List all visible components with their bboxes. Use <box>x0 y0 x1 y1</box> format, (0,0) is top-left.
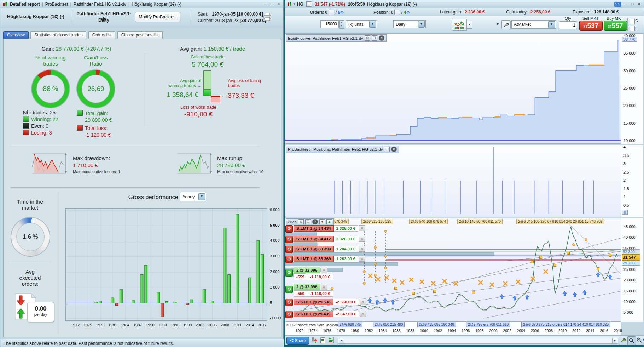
gear-icon[interactable]: ⚙ <box>285 286 293 293</box>
close-icon[interactable]: ✕ <box>321 267 327 273</box>
page-icon[interactable] <box>320 337 326 344</box>
shares-input[interactable] <box>320 20 339 28</box>
wrench-icon[interactable]: ⚙ <box>298 219 304 224</box>
minimize-icon[interactable]: – <box>623 2 628 7</box>
close-icon[interactable]: ✕ <box>312 219 318 224</box>
order-tag[interactable]: 2@6 345 105 270 07 810 014 240 26 851 15… <box>516 219 604 224</box>
order-tag[interactable]: 2@10 145 50 760 011 570 <box>457 219 503 224</box>
gear-icon[interactable]: ⚙ <box>285 311 293 318</box>
tab-overview[interactable]: Overview <box>3 31 29 39</box>
scroll-right-icon[interactable]: ▶ <box>612 338 617 343</box>
order-label[interactable]: S:LMT 1 @ 34 412 <box>294 236 334 242</box>
shares-stepper[interactable]: ▲▼ <box>339 20 344 29</box>
order-label[interactable]: S:STP 1 @ 29 538 <box>294 299 333 305</box>
price-panel-title[interactable]: Price ⚙❏✕ ▼▲ <box>286 218 334 225</box>
gear-icon[interactable]: ⚙ <box>285 246 293 253</box>
depth-icon[interactable] <box>328 337 335 344</box>
timeframe-select[interactable]: Daily▼ <box>393 20 426 28</box>
limit-checkbox[interactable] <box>630 26 635 31</box>
stop-value-box[interactable] <box>639 18 639 18</box>
equity-panel-title[interactable]: Equity curve: Pathfinder Feb1 HG v2.1-dv… <box>286 34 387 42</box>
position-label[interactable]: 2 @ 32 096 <box>294 267 320 273</box>
order-tag[interactable]: 2@8 325 135 325 <box>361 219 393 224</box>
orders-box-icon[interactable] <box>329 10 334 15</box>
maximize-icon[interactable]: ❏ <box>372 35 377 41</box>
left-titlebar[interactable]: Detailed report| ProBacktest| Pathfinder… <box>0 0 283 8</box>
positions-panel-title[interactable]: ProBacktest - Positions: Pathfinder Feb1… <box>286 146 399 153</box>
order-label[interactable]: S:STP 1 @ 29 439 <box>294 311 333 317</box>
order-tag[interactable]: 2@6 370 275 315 orders 014 170 24 410 01… <box>521 322 610 327</box>
chart-style-button[interactable] <box>452 19 467 31</box>
right-titlebar[interactable]: ▼ HG i 31 547 (-1,71%) 10:45:50 Högklass… <box>285 0 644 8</box>
maximize-icon[interactable]: ❏ <box>305 219 311 224</box>
gear-icon[interactable]: ⚙ <box>340 10 344 15</box>
close-icon[interactable]: ✕ <box>276 2 281 6</box>
order-type-select[interactable]: AtMarket▼ <box>511 20 556 29</box>
unit-select[interactable]: (x) units▼ <box>346 20 377 28</box>
close-icon[interactable]: ✕ <box>321 284 327 290</box>
order-settings-button[interactable] <box>501 20 511 29</box>
buy-arrow-icon[interactable]: ▲ <box>326 219 332 224</box>
close-icon[interactable]: ✕ <box>391 147 397 152</box>
period-select[interactable]: Yearly▼ <box>180 192 206 201</box>
close-icon[interactable]: ✕ <box>359 225 365 231</box>
sell-arrow-icon[interactable]: ▼ <box>319 219 325 224</box>
maximize-icon[interactable]: □ <box>630 2 635 7</box>
order-label[interactable]: S:LMT 1 @ 33 390 <box>294 246 334 252</box>
buy-mkt-button[interactable]: 31557 <box>604 21 627 31</box>
system-timeframe: Daily <box>75 17 133 23</box>
order-label[interactable]: S:LMT 1 @ 34 434 <box>294 225 334 232</box>
close-icon[interactable]: ✕ <box>637 2 642 7</box>
gear-icon[interactable]: ⚙ <box>285 225 293 233</box>
wrench-icon[interactable]: ⚙ <box>365 35 370 41</box>
gear-icon[interactable]: ⚙ <box>406 10 410 15</box>
close-icon[interactable]: ✕ <box>360 299 366 305</box>
order-tag[interactable]: 2@6 435 085 160 340 <box>417 322 456 327</box>
position-label[interactable]: 2 @ 32 096 <box>294 284 320 290</box>
chart-style-dropdown[interactable]: ▼ <box>466 21 472 29</box>
wrench-icon[interactable] <box>620 337 627 344</box>
keyboard-icon[interactable]: ⋮⋮⋮ <box>614 2 621 7</box>
order-tag[interactable]: 2@6 540 100 076 574 <box>409 219 448 224</box>
order-label[interactable]: S:LMT 1 @ 33 369 <box>294 256 334 262</box>
close-icon[interactable]: ✕ <box>359 246 365 252</box>
close-icon[interactable]: ✕ <box>360 311 366 317</box>
order-tag[interactable]: 2@9 795 ers 700 011 520 <box>466 322 510 327</box>
zoom-select-icon[interactable] <box>627 336 636 345</box>
position-box-icon[interactable] <box>394 10 400 15</box>
panel-collapse-arrow[interactable]: ▶ <box>497 22 499 25</box>
maximize-icon[interactable]: ❏ <box>384 147 390 152</box>
gear-icon[interactable]: ⚙ <box>285 269 293 277</box>
gear-icon[interactable]: ⚙ <box>285 299 293 306</box>
tab-orders-list[interactable]: Orders list <box>88 31 116 39</box>
axis-label: 1999 <box>182 323 193 327</box>
qty-input[interactable] <box>559 21 577 29</box>
sell-mkt-button[interactable]: 31537 <box>579 21 603 31</box>
printer-icon[interactable] <box>263 12 272 22</box>
maximize-icon[interactable]: □ <box>269 2 274 6</box>
orders-display-icon[interactable] <box>311 337 318 344</box>
tab-closed-positions[interactable]: Closed positions list <box>117 31 163 39</box>
close-icon[interactable]: ✕ <box>379 35 384 41</box>
info-icon[interactable]: i <box>306 1 312 7</box>
chevron-down-icon[interactable]: ▼ <box>293 2 296 6</box>
gear-icon[interactable]: ⚙ <box>285 236 293 243</box>
order-tag[interactable]: 2@8 050 215 480 <box>373 322 405 327</box>
axis-label: 1994 <box>447 329 457 333</box>
axis-label: 1981 <box>107 323 118 327</box>
zoom-out-icon[interactable] <box>636 336 643 344</box>
order-tag[interactable]: 2@6 680 745 <box>338 322 362 327</box>
tab-statistics[interactable]: Statistics of closed trades <box>30 31 86 39</box>
scroll-left-icon[interactable]: ◀ <box>339 338 344 343</box>
gear-icon[interactable]: ⚙ <box>285 256 293 263</box>
share-button[interactable]: Share <box>286 337 309 345</box>
stop-checkbox[interactable] <box>630 19 635 24</box>
close-icon[interactable]: ✕ <box>359 256 365 262</box>
close-icon[interactable]: ✕ <box>359 236 365 242</box>
axis-label: 2004 <box>516 329 526 333</box>
zoom-in-icon[interactable] <box>642 336 644 344</box>
minimize-icon[interactable]: – <box>263 2 268 6</box>
h-scrollbar[interactable]: ◀ ▶ <box>338 337 618 344</box>
order-gain: 2 328,00 € <box>334 225 358 232</box>
modify-probacktest-button[interactable]: Modify ProBacktest <box>135 12 180 22</box>
